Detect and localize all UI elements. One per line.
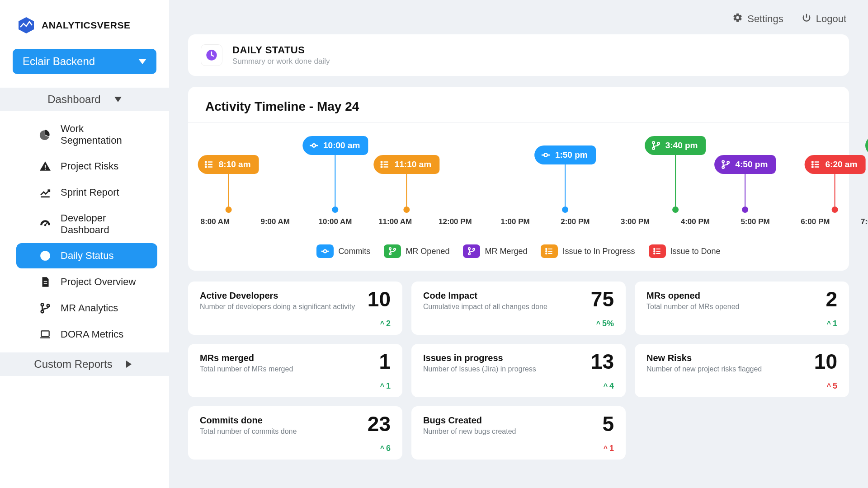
event-chip: 4:50 pm	[714, 155, 776, 174]
nav-label: Sprint Report	[61, 187, 119, 198]
timeline-tick: 5:00 PM	[741, 217, 769, 226]
sidebar-item-work-segmentation[interactable]: Work Segmentation	[16, 117, 157, 153]
svg-rect-1	[45, 165, 46, 168]
project-selector-label: Eclair Backend	[23, 55, 95, 68]
timeline-area: 8:00 AM9:00 AM10:00 AM11:00 AM12:00 PM1:…	[188, 122, 849, 235]
timeline-tick: 9:00 AM	[260, 217, 290, 226]
svg-point-36	[468, 248, 470, 249]
timeline-title: Activity Timeline - May 24	[188, 99, 849, 122]
metric-value: 1	[379, 349, 391, 374]
svg-point-39	[546, 249, 547, 250]
legend-item-issue_progress: Issue to In Progress	[541, 244, 635, 258]
page-subtitle: Summary or work done daily	[232, 57, 330, 66]
timeline-event-commit[interactable]: 1:50 pm	[534, 145, 596, 213]
svg-point-22	[657, 142, 660, 145]
metric-title: MRs merged	[200, 353, 391, 363]
svg-point-35	[394, 249, 396, 250]
timeline-tick: 3:00 PM	[621, 217, 650, 226]
section-dashboard[interactable]: Dashboard	[0, 88, 169, 111]
svg-point-8	[41, 310, 43, 313]
legend-item-commit: Commits	[316, 244, 370, 258]
sidebar-item-sprint-report[interactable]: Sprint Report	[16, 180, 157, 205]
legend-item-mr_merged: MR Merged	[463, 244, 527, 258]
chevron-down-icon	[114, 97, 122, 102]
metric-value: 2	[826, 287, 837, 311]
svg-rect-6	[44, 283, 47, 284]
svg-point-38	[473, 249, 475, 250]
metric-title: Commits done	[200, 415, 391, 426]
gauge-icon	[39, 218, 52, 230]
metric-value: 10	[368, 287, 391, 311]
metric-change: ^1	[827, 319, 837, 328]
svg-rect-5	[44, 281, 47, 282]
metric-card-mrs-merged[interactable]: MRs mergedTotal number of MRs merged1^1	[188, 344, 402, 397]
metric-card-active-developers[interactable]: Active DevelopersNumber of developers do…	[188, 282, 402, 335]
sidebar: ANALYTICSVERSE Eclair Backend Dashboard …	[0, 0, 169, 488]
sidebar-item-project-risks[interactable]: Project Risks	[16, 154, 157, 179]
svg-point-44	[654, 253, 655, 254]
section-custom-reports[interactable]: Custom Reports	[0, 352, 169, 376]
metric-value: 23	[368, 412, 391, 436]
svg-point-19	[544, 153, 547, 156]
metric-value: 75	[591, 287, 614, 311]
doc-icon	[39, 276, 52, 288]
svg-point-40	[546, 251, 547, 252]
pie-icon	[39, 128, 52, 141]
metric-change: ^4	[604, 381, 614, 391]
metric-change: ^5%	[596, 319, 614, 328]
metric-desc: Total number of MRs opened	[646, 303, 837, 311]
metric-card-issues-in-progress[interactable]: Issues in progressNumber of Issues (Jira…	[411, 344, 626, 397]
event-chip: 1:50 pm	[534, 145, 596, 164]
logout-button[interactable]: Logout	[802, 13, 846, 25]
topbar: Settings Logout	[169, 0, 868, 34]
gear-icon	[733, 13, 743, 25]
svg-point-21	[652, 147, 655, 150]
metric-change: ^1	[604, 444, 614, 453]
metric-title: Active Developers	[200, 291, 391, 301]
sidebar-item-mr-analytics[interactable]: MR Analytics	[16, 296, 157, 321]
timeline-event-commit[interactable]: 10:00 am	[302, 136, 368, 213]
event-chip: 6:20 am	[805, 155, 866, 174]
page-header-card: DAILY STATUS Summary or work done daily	[188, 34, 849, 76]
timeline-event-mr_opened[interactable]	[865, 136, 868, 213]
timeline-event-mr_merged[interactable]: 4:50 pm	[714, 155, 776, 213]
project-selector[interactable]: Eclair Backend	[13, 49, 156, 74]
metric-title: MRs opened	[646, 291, 837, 301]
metric-desc: Number of developers doing a significant…	[200, 303, 391, 311]
nav-label: Project Overview	[61, 276, 136, 288]
metric-card-bugs-created[interactable]: Bugs CreatedNumber of new bugs created5^…	[411, 406, 626, 460]
metric-card-mrs-opened[interactable]: MRs openedTotal number of MRs opened2^1	[635, 282, 849, 335]
timeline-event-issue_done[interactable]: 6:20 am	[805, 155, 866, 213]
logo-text: ANALYTICSVERSE	[42, 20, 130, 31]
svg-point-13	[205, 164, 207, 165]
metric-card-commits-done[interactable]: Commits doneTotal number of commits done…	[188, 406, 402, 460]
metric-desc: Cumulative impact of all changes done	[423, 303, 614, 311]
branch-icon	[39, 302, 52, 314]
logo: ANALYTICSVERSE	[0, 0, 169, 45]
svg-point-9	[47, 305, 49, 307]
metric-card-new-risks[interactable]: New RisksNumber of new project risks fla…	[635, 344, 849, 397]
timeline-event-mr_opened[interactable]: 3:40 pm	[645, 136, 706, 213]
branch-icon	[384, 244, 401, 258]
sidebar-item-dora-metrics[interactable]: DORA Metrics	[16, 322, 157, 347]
timeline-event-issue_progress[interactable]: 8:10 am	[198, 155, 259, 213]
timeline-axis	[205, 213, 849, 213]
timeline-tick: 4:00 PM	[681, 217, 710, 226]
sidebar-item-daily-status[interactable]: Daily Status	[16, 243, 157, 268]
metric-card-code-impact[interactable]: Code ImpactCumulative impact of all chan…	[411, 282, 626, 335]
chevron-down-icon	[138, 59, 146, 64]
event-dot	[332, 206, 339, 213]
list-icon	[649, 244, 666, 258]
event-dot	[832, 206, 838, 213]
metric-value: 10	[814, 349, 837, 374]
sidebar-item-project-overview[interactable]: Project Overview	[16, 269, 157, 295]
timeline-event-issue_progress[interactable]: 11:10 am	[374, 155, 439, 213]
svg-point-16	[381, 161, 382, 163]
svg-point-25	[727, 161, 730, 164]
settings-button[interactable]: Settings	[733, 13, 783, 25]
event-dot	[225, 206, 231, 213]
laptop-icon	[39, 328, 52, 341]
sidebar-item-developer-dashboard[interactable]: Developer Dashboard	[16, 206, 157, 242]
svg-point-27	[812, 164, 813, 165]
timeline-tick: 2:00 PM	[561, 217, 590, 226]
